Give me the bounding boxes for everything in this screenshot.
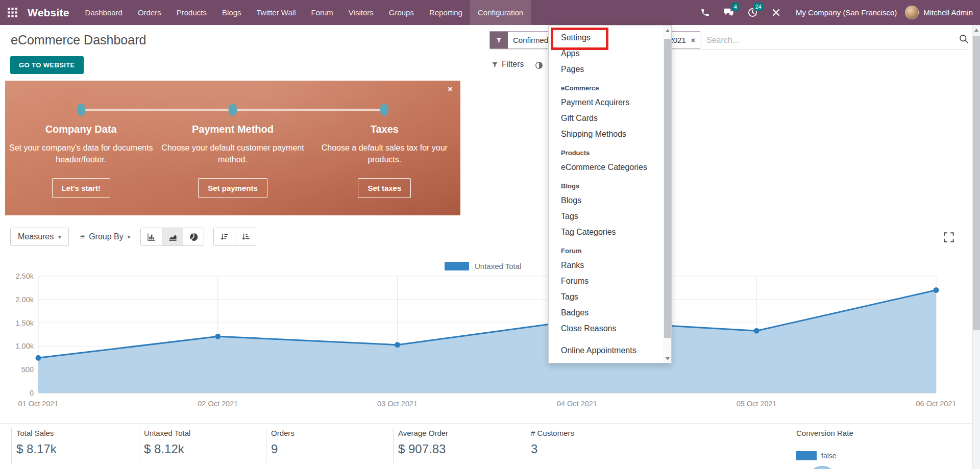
user-name[interactable]: Mitchell Admin	[919, 8, 980, 17]
comparison-half-circle-icon[interactable]	[534, 61, 544, 70]
config-menu-entry[interactable]: Tags	[549, 289, 664, 305]
config-menu-entry[interactable]: Ranks	[549, 257, 664, 273]
stat-value: 9	[271, 442, 393, 456]
nav-menu-item[interactable]: Products	[169, 0, 214, 25]
config-menu-entry[interactable]: Forums	[549, 273, 664, 289]
step-description: Choose a default sales tax for your prod…	[309, 142, 460, 165]
scroll-up-arrow-icon[interactable]	[666, 29, 670, 32]
group-by-button[interactable]: ≡ Group By▾	[80, 232, 130, 241]
step-title: Taxes	[309, 124, 460, 135]
top-navbar: Website Dashboard Orders Products Blogs …	[0, 0, 980, 25]
svg-text:01 Oct 2021: 01 Oct 2021	[18, 400, 59, 408]
stat-label: Orders	[271, 429, 393, 437]
scrollbar-thumb[interactable]	[973, 36, 980, 330]
magnifier-icon[interactable]	[959, 34, 969, 44]
chevron-down-icon: ▾	[58, 234, 61, 240]
nav-menu-item[interactable]: Groups	[381, 0, 422, 25]
svg-text:1.50k: 1.50k	[16, 319, 34, 327]
page-scrollbar[interactable]	[972, 25, 980, 469]
config-menu-entry[interactable]: Tag Categories	[549, 224, 664, 240]
config-menu-entry[interactable]: Apps	[549, 45, 664, 61]
step-action-button[interactable]: Set taxes	[358, 178, 411, 198]
config-menu-entry[interactable]: Blogs	[549, 175, 664, 192]
nav-menu-item[interactable]: Configuration	[470, 0, 531, 25]
onboarding-steps: Company Data Set your company's data for…	[5, 81, 460, 215]
nav-menu-item[interactable]: Twitter Wall	[249, 0, 304, 25]
messages-count-badge: 4	[731, 3, 740, 11]
nav-menu-item[interactable]: Orders	[130, 0, 169, 25]
scrollbar-thumb[interactable]	[664, 39, 671, 338]
expand-icon[interactable]	[942, 231, 955, 244]
config-menu-entry[interactable]: eCommerce Categories	[549, 159, 664, 175]
nav-menu-item[interactable]: Dashboard	[78, 0, 130, 25]
step-title: Payment Method	[157, 124, 308, 135]
nav-menu-item[interactable]: Visitors	[341, 0, 381, 25]
stat-label: Average Order	[398, 429, 526, 437]
scroll-down-arrow-icon[interactable]	[666, 357, 670, 360]
main-menu: Dashboard Orders Products Blogs Twitter …	[78, 0, 531, 25]
stat-label: Untaxed Total	[144, 429, 266, 437]
conversion-pie-chart	[807, 466, 837, 469]
config-menu-entry[interactable]: Gift Cards	[549, 110, 664, 126]
apps-grid-icon[interactable]	[0, 0, 24, 25]
config-menu-entry[interactable]: eCommerce	[549, 77, 664, 94]
config-menu-entry[interactable]: Products	[549, 142, 664, 159]
svg-text:2.00k: 2.00k	[16, 295, 34, 304]
config-menu-entry[interactable]: Payment Acquirers	[549, 94, 664, 110]
onboarding-step: Payment Method Choose your default custo…	[157, 81, 308, 215]
filters-dropdown[interactable]: Filters	[492, 60, 524, 69]
go-to-website-button[interactable]: GO TO WEBSITE	[10, 56, 84, 74]
config-menu-entry[interactable]: Tags	[549, 208, 664, 224]
scroll-up-arrow-icon[interactable]	[974, 29, 978, 32]
search-input[interactable]	[706, 32, 931, 48]
config-menu-entry[interactable]: Settings	[549, 30, 664, 45]
nav-menu-item[interactable]: Reporting	[422, 0, 470, 25]
svg-text:03 Oct 2021: 03 Oct 2021	[377, 400, 418, 408]
step-action-button[interactable]: Let's start!	[52, 178, 110, 198]
company-switcher[interactable]: My Company (San Francisco)	[788, 8, 905, 17]
config-menu-entry[interactable]: Shipping Methods	[549, 126, 664, 142]
config-menu-entry[interactable]: Blogs	[549, 192, 664, 208]
app-brand[interactable]: Website	[28, 7, 69, 19]
conversion-legend[interactable]: false	[796, 451, 837, 460]
messages-chat-icon[interactable]: 4	[717, 0, 741, 25]
config-menu-entry[interactable]: Online Appointments	[549, 342, 664, 358]
measures-button[interactable]: Measures▾	[10, 228, 69, 246]
legend-color-swatch	[445, 262, 469, 270]
config-menu-entry[interactable]: Forum	[549, 240, 664, 257]
legend-label: Untaxed Total	[475, 262, 521, 270]
step-action-button[interactable]: Set payments	[198, 178, 267, 198]
stat-value: $ 8.17k	[16, 442, 139, 456]
chart-type-group	[140, 228, 204, 246]
nav-menu-item[interactable]: Forum	[303, 0, 340, 25]
svg-text:500: 500	[21, 365, 34, 374]
svg-text:0: 0	[30, 389, 34, 397]
config-menu-entry[interactable]: Close Reasons	[549, 320, 664, 336]
stat-card: Total Sales $ 8.17k	[11, 428, 139, 463]
banner-close-icon[interactable]: ×	[448, 84, 453, 94]
phone-icon[interactable]	[694, 0, 717, 25]
filters-label: Filters	[502, 60, 524, 69]
navbar-right: 4 24 My Company (San Francisco) Mitchell…	[694, 0, 980, 25]
sort-asc-icon[interactable]	[235, 228, 256, 245]
tools-icon[interactable]	[765, 0, 788, 25]
chart-legend[interactable]: Untaxed Total	[445, 262, 521, 270]
facet-remove-icon[interactable]: ×	[691, 32, 700, 48]
stat-card: Orders 9	[266, 428, 393, 463]
configuration-menu-entries: Settings Apps Pages eCommerce Payment Ac…	[549, 30, 664, 358]
dropdown-scrollbar[interactable]	[664, 26, 671, 363]
user-avatar[interactable]	[905, 6, 919, 19]
bar-chart-icon[interactable]	[141, 228, 162, 245]
onboarding-step: Company Data Set your company's data for…	[5, 81, 157, 215]
nav-menu-item[interactable]: Blogs	[214, 0, 249, 25]
activities-clock-icon[interactable]: 24	[741, 0, 765, 25]
sort-group	[213, 228, 256, 246]
config-menu-entry[interactable]: Badges	[549, 305, 664, 320]
svg-text:2.50k: 2.50k	[16, 272, 34, 280]
sort-desc-icon[interactable]	[214, 228, 235, 245]
area-chart-icon[interactable]	[162, 228, 183, 245]
area-chart[interactable]: 2.50k2.00k1.50k1.00k500001 Oct 202102 Oc…	[0, 270, 980, 418]
pie-chart-icon[interactable]	[183, 228, 204, 245]
stat-value: 3	[531, 442, 679, 456]
config-menu-entry[interactable]: Pages	[549, 61, 664, 77]
